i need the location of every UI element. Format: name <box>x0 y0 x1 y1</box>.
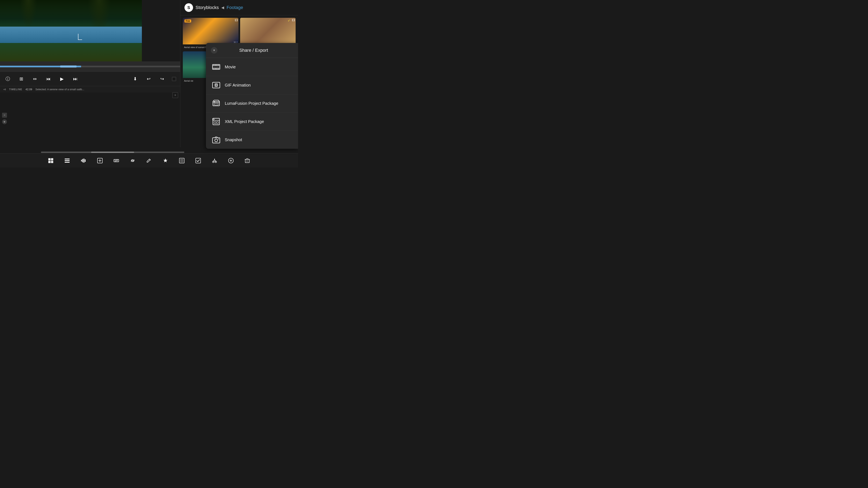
svg-rect-61 <box>245 159 249 163</box>
scrubber-handle[interactable] <box>60 65 76 67</box>
download-button[interactable]: ⬇ <box>131 75 139 83</box>
svg-rect-16 <box>214 103 218 105</box>
lumafusion-pkg-icon <box>212 99 221 108</box>
dropdown-title: Share / Export <box>221 48 293 53</box>
svg-rect-31 <box>65 160 70 161</box>
timeline-area: +0 TIMELINE 42.09 Selected: A serene vie… <box>0 86 180 145</box>
svg-rect-35 <box>84 159 84 163</box>
svg-rect-34 <box>82 159 83 162</box>
film-icon-2: 🎞 <box>292 19 295 22</box>
svg-point-25 <box>218 138 219 139</box>
storyblocks-section: Footage <box>227 5 243 10</box>
svg-point-15 <box>214 101 215 102</box>
toolbar-audio[interactable] <box>80 157 88 165</box>
svg-point-24 <box>215 139 218 142</box>
toolbar-timeline-list[interactable] <box>63 157 71 165</box>
toolbar-delete[interactable] <box>243 157 251 165</box>
dropdown-header: × Share / Export <box>206 43 298 58</box>
svg-rect-23 <box>213 138 220 143</box>
mute-button[interactable]: ✕ <box>2 113 7 118</box>
gif-icon <box>212 80 221 90</box>
svg-rect-28 <box>48 161 51 163</box>
ocean-area <box>0 27 142 43</box>
controls-bar: ⓘ ⊞ ⇔ ⏮ ▶ ⏭ ⬇ ↩ ↪ + <box>0 72 180 86</box>
svg-point-20 <box>214 119 215 120</box>
trim-button[interactable]: ⇔ <box>31 75 38 83</box>
film-icon-1: 🎞 <box>235 19 238 22</box>
svg-rect-27 <box>51 158 53 160</box>
svg-marker-47 <box>163 158 167 162</box>
toolbar-insert[interactable] <box>96 157 104 165</box>
timeline-header: +0 TIMELINE 42.09 Selected: A serene vie… <box>0 86 180 93</box>
record-button[interactable]: ⏺ <box>2 119 7 124</box>
export-movie-item[interactable]: Movie <box>206 58 298 76</box>
undo-button[interactable]: ↩ <box>145 75 152 83</box>
toolbar-select[interactable] <box>194 157 202 165</box>
bottom-toolbar <box>0 153 298 168</box>
skip-forward-button[interactable]: ⏭ <box>72 75 79 83</box>
timeline-time: 42.09 <box>26 88 32 91</box>
snapshot-icon <box>212 135 221 144</box>
svg-rect-33 <box>81 160 82 161</box>
toolbar-add-clip[interactable] <box>47 157 55 165</box>
timeline-selected-info: Selected: A serene view of a small sailb… <box>35 88 84 91</box>
close-button[interactable]: × <box>211 47 217 54</box>
export-snapshot-item[interactable]: Snapshot <box>206 131 298 149</box>
add-track-right-button[interactable]: + <box>173 92 178 98</box>
badge-free-1: Free <box>184 20 191 23</box>
add-button[interactable]: ⊞ <box>18 75 25 83</box>
export-lumafusion-item[interactable]: LumaFusion Project Package <box>206 94 298 112</box>
storyblocks-title: Storyblocks <box>195 5 219 10</box>
scroll-thumb[interactable] <box>91 152 134 153</box>
svg-rect-21 <box>214 122 216 124</box>
svg-rect-52 <box>196 158 200 163</box>
lumafusion-pkg-label: LumaFusion Project Package <box>225 101 278 106</box>
svg-rect-26 <box>48 158 51 160</box>
svg-rect-0 <box>213 64 220 69</box>
storyblocks-arrow: ◀ <box>221 5 224 10</box>
media-thumb-2: 🎞 ✓ <box>240 18 296 44</box>
storyblocks-logo[interactable]: S <box>184 3 193 12</box>
track-controls: ✕ ⏺ <box>2 113 7 124</box>
svg-point-13 <box>215 84 217 86</box>
info-button[interactable]: ⓘ <box>4 75 11 83</box>
storyblocks-header: S Storyblocks ◀ Footage <box>180 0 298 15</box>
gif-label: GIF Animation <box>225 83 251 88</box>
skip-back-button[interactable]: ⏮ <box>44 75 52 83</box>
toolbar-adjustments[interactable] <box>178 157 186 165</box>
redo-button[interactable]: ↪ <box>158 75 166 83</box>
expand-button[interactable]: + <box>172 77 176 81</box>
scrubber-area[interactable] <box>0 61 180 72</box>
export-gif-item[interactable]: GIF Animation <box>206 76 298 94</box>
movie-icon <box>212 62 221 71</box>
sail-boat <box>78 34 82 40</box>
svg-rect-29 <box>51 161 53 163</box>
svg-rect-63 <box>246 159 248 159</box>
svg-rect-32 <box>65 162 70 163</box>
svg-rect-30 <box>65 159 70 159</box>
scroll-bar[interactable] <box>41 152 184 153</box>
xml-pkg-icon <box>212 117 221 126</box>
video-preview-bg <box>0 0 142 61</box>
svg-rect-11 <box>213 82 220 88</box>
svg-rect-22 <box>217 122 218 124</box>
export-xml-item[interactable]: XML Project Package <box>206 112 298 131</box>
timeline-label: TIMELINE <box>9 88 22 91</box>
toolbar-link[interactable] <box>129 157 137 165</box>
toolbar-add-track[interactable] <box>227 157 235 165</box>
check-icon-2: ✓ <box>288 19 290 23</box>
snapshot-label: Snapshot <box>225 137 242 142</box>
video-preview <box>0 0 142 61</box>
toolbar-effects[interactable] <box>161 157 169 165</box>
scrubber-bar[interactable] <box>0 66 180 67</box>
toolbar-audio-edit[interactable] <box>112 157 120 165</box>
play-button[interactable]: ▶ <box>58 75 65 83</box>
xml-pkg-label: XML Project Package <box>225 119 264 124</box>
volume-label: +0 <box>3 88 6 91</box>
toolbar-cut[interactable] <box>211 157 219 165</box>
share-export-dropdown: × Share / Export Movie <box>206 43 298 149</box>
toolbar-edit[interactable] <box>145 157 153 165</box>
movie-label: Movie <box>225 65 236 69</box>
svg-rect-36 <box>85 159 86 162</box>
